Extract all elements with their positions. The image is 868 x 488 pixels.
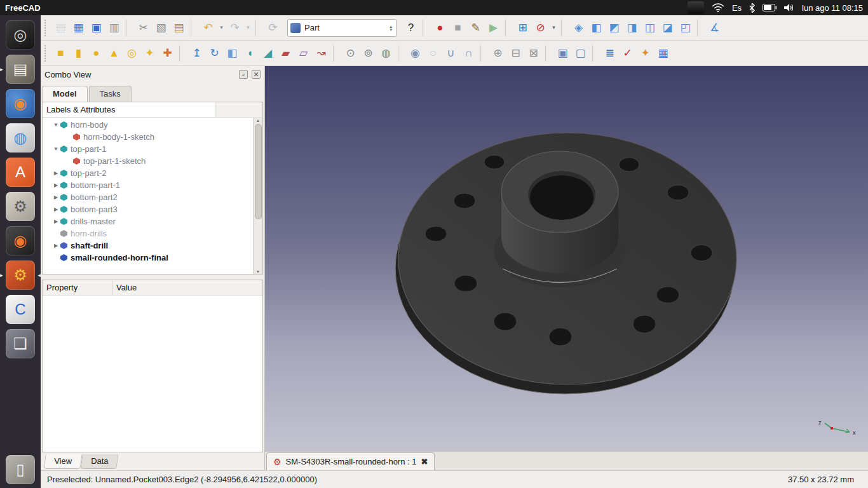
undo-menu-icon[interactable]: ▾: [217, 19, 226, 36]
primitives-dialog-icon[interactable]: ✦: [141, 44, 158, 62]
battery-icon[interactable]: [763, 4, 776, 11]
open-document-icon[interactable]: ▦: [70, 19, 87, 36]
check-geometry-icon[interactable]: ✓: [619, 44, 636, 62]
view-front-icon[interactable]: ◧: [588, 19, 605, 36]
boolean-union-icon[interactable]: ∪: [442, 44, 459, 62]
toolbar-separator[interactable]: [545, 45, 551, 62]
tab-data[interactable]: Data: [80, 454, 119, 469]
expander-closed-icon[interactable]: ▶: [51, 219, 60, 224]
wifi-icon[interactable]: [712, 3, 724, 12]
cutout-icon[interactable]: ⊠: [525, 44, 542, 62]
undo-icon[interactable]: ↶: [200, 19, 217, 36]
toolbar-separator[interactable]: [697, 20, 703, 36]
bluetooth-icon[interactable]: [749, 3, 755, 13]
toolbar-separator[interactable]: [179, 45, 185, 62]
scroll-down-icon[interactable]: ▼: [256, 269, 261, 274]
browser-launcher-icon[interactable]: ◍: [6, 123, 35, 152]
boolean-icon[interactable]: ◉: [407, 44, 424, 62]
tab-tasks[interactable]: Tasks: [89, 86, 132, 102]
expander-closed-icon[interactable]: ▶: [51, 182, 60, 188]
toolbar-separator[interactable]: [126, 20, 132, 36]
primitive-box-icon[interactable]: ■: [52, 44, 69, 62]
copy-icon[interactable]: ▧: [153, 19, 170, 36]
keyboard-layout-indicator[interactable]: Es: [732, 3, 742, 13]
macro-stop-icon[interactable]: ■: [449, 19, 466, 36]
toolbar-separator[interactable]: [255, 20, 261, 36]
tree-item-bottom-part3[interactable]: ▶ bottom-part3: [43, 203, 262, 215]
chamfer-icon[interactable]: ◢: [259, 44, 276, 62]
refresh-icon[interactable]: ⟳: [264, 19, 281, 36]
view-top-icon[interactable]: ◩: [606, 19, 623, 36]
workspace-switcher-icon[interactable]: ❏: [6, 329, 35, 358]
expander-closed-icon[interactable]: ▶: [51, 170, 60, 176]
tree-item-top-part-1-sketch[interactable]: top-part-1-sketch: [43, 155, 262, 167]
boolean-intersection-icon[interactable]: ∩: [460, 44, 477, 62]
c-application-launcher-icon[interactable]: C: [6, 295, 35, 324]
loft-icon[interactable]: ▱: [295, 44, 312, 62]
blender-launcher-icon[interactable]: ◉: [6, 226, 35, 255]
expander-open-icon[interactable]: ▼: [51, 122, 60, 128]
connect-icon[interactable]: ⊕: [489, 44, 506, 62]
view-isometric-icon[interactable]: ◈: [570, 19, 587, 36]
toolbar-separator[interactable]: [480, 45, 486, 62]
macro-record-icon[interactable]: ●: [431, 19, 449, 36]
view-rear-icon[interactable]: ◫: [641, 19, 658, 36]
print-icon[interactable]: ▥: [105, 19, 123, 36]
paste-icon[interactable]: ▤: [170, 19, 187, 36]
toolbar-separator[interactable]: [398, 45, 403, 62]
mirror-icon[interactable]: ◧: [224, 44, 241, 62]
tab-view[interactable]: View: [43, 454, 82, 469]
expander-closed-icon[interactable]: ▶: [51, 243, 60, 248]
tab-model[interactable]: Model: [42, 86, 88, 102]
tree-item-horn-drills[interactable]: horn-drills: [43, 227, 262, 240]
toolbar-separator[interactable]: [561, 20, 567, 36]
firefox-launcher-icon[interactable]: ◉: [6, 89, 35, 118]
tree-item-bottom-part2[interactable]: ▶ bottom-part2: [43, 191, 262, 203]
redo-menu-icon[interactable]: ▾: [244, 19, 252, 36]
trash-icon[interactable]: ▯: [6, 455, 35, 484]
primitive-sphere-icon[interactable]: ●: [88, 44, 105, 62]
toolbar-separator[interactable]: [333, 45, 339, 62]
revolve-icon[interactable]: ↻: [206, 44, 223, 62]
view-menu-icon[interactable]: ▾: [550, 19, 558, 36]
tree-item-small-rounded-horn-final[interactable]: small-rounded-horn-final: [43, 252, 262, 264]
toolbar-separator[interactable]: [505, 20, 511, 36]
expander-open-icon[interactable]: ▼: [51, 146, 60, 152]
tree-item-horn-body[interactable]: ▼ horn-body: [43, 119, 262, 131]
volume-icon[interactable]: [784, 3, 794, 12]
compound-icon[interactable]: ▣: [554, 44, 571, 62]
shape-builder-icon[interactable]: ✚: [159, 44, 176, 62]
files-launcher-icon[interactable]: ▤: [6, 55, 35, 84]
whats-this-icon[interactable]: ?: [402, 19, 419, 36]
tree-item-top-part-2[interactable]: ▶ top-part-2: [43, 167, 262, 179]
view-right-icon[interactable]: ◨: [623, 19, 641, 36]
document-tab[interactable]: ⚙ SM-S4303R-small-rounded-horn : 1 ✖: [266, 452, 435, 470]
ruled-surface-icon[interactable]: ▰: [277, 44, 294, 62]
boolean-cut-icon[interactable]: ◌: [424, 44, 442, 62]
float-panel-button[interactable]: ▫: [239, 70, 248, 79]
box-zoom-icon[interactable]: ⊞: [514, 19, 531, 36]
system-settings-launcher-icon[interactable]: ⚙: [6, 192, 35, 221]
measure-linear-icon[interactable]: ∡: [706, 19, 723, 36]
tree-item-top-part-1[interactable]: ▼ top-part-1: [43, 143, 262, 155]
expander-closed-icon[interactable]: ▶: [51, 194, 60, 200]
toolbar-separator[interactable]: [191, 20, 196, 36]
tree-scrollbar[interactable]: ▲ ▼: [253, 118, 262, 274]
sweep-icon[interactable]: ↝: [313, 44, 330, 62]
toolbar-drag-handle[interactable]: [44, 20, 48, 36]
cross-sections-icon[interactable]: ≣: [601, 44, 618, 62]
toolbar-separator[interactable]: [423, 20, 428, 36]
tree-item-drills-master[interactable]: ▶ drills-master: [43, 215, 262, 227]
workbench-spinner[interactable]: ▴▾: [388, 25, 393, 31]
extrude-icon[interactable]: ↥: [188, 44, 205, 62]
dash-home-button[interactable]: ◎: [6, 20, 35, 50]
save-icon[interactable]: ▣: [88, 19, 105, 36]
offset-3d-icon[interactable]: ⊙: [342, 44, 359, 62]
flange-part[interactable]: [395, 133, 736, 394]
embed-icon[interactable]: ⊟: [507, 44, 524, 62]
freecad-launcher-icon[interactable]: ⚙: [6, 261, 35, 290]
view-left-icon[interactable]: ◰: [677, 19, 694, 36]
expander-closed-icon[interactable]: ▶: [51, 207, 60, 212]
clipping-plane-icon[interactable]: ⊘: [532, 19, 549, 36]
fillet-icon[interactable]: ◖: [241, 44, 259, 62]
